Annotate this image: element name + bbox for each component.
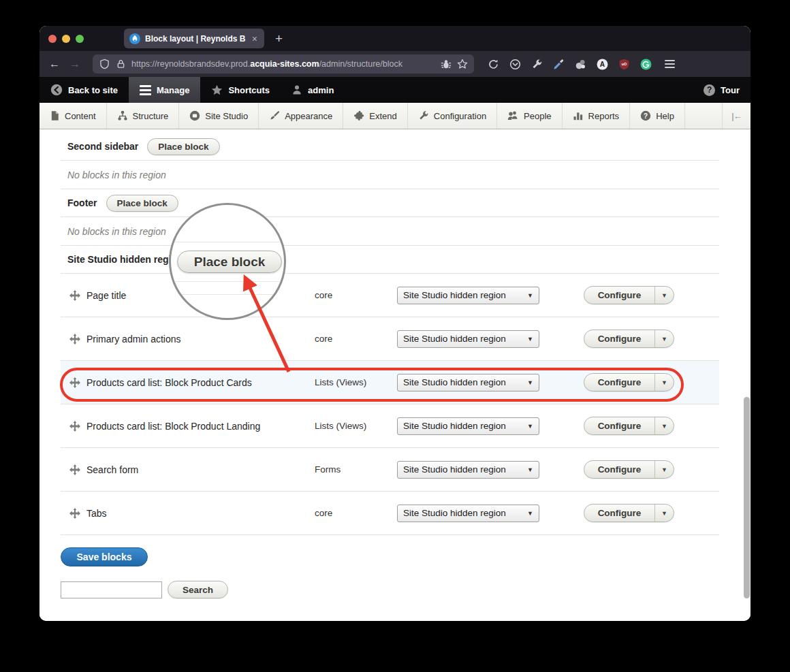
configure-button[interactable]: Configure▼ (584, 504, 674, 522)
lock-icon[interactable] (115, 59, 127, 70)
block-layout-table: Second sidebar Place block No blocks in … (61, 133, 719, 535)
new-tab-button[interactable]: + (275, 31, 283, 46)
region-select[interactable]: Site Studio hidden region▼ (397, 505, 539, 522)
devtools-wrench-icon[interactable] (531, 59, 543, 70)
magnified-place-block-button: Place block (177, 251, 282, 273)
refresh-icon[interactable] (488, 59, 499, 70)
search-row: Search (61, 581, 228, 598)
place-block-button[interactable]: Place block (106, 195, 178, 212)
tab-close-icon[interactable]: × (251, 33, 259, 44)
region-name: Footer (67, 197, 97, 208)
select-arrow-icon: ▼ (527, 423, 533, 430)
shield-icon[interactable] (99, 59, 110, 70)
tab-title: Block layout | Reynolds Brands (145, 34, 246, 44)
block-label: Primary admin actions (86, 334, 315, 345)
back-icon[interactable]: ← (46, 58, 63, 70)
configure-button[interactable]: Configure▼ (584, 417, 674, 435)
menu-item-configuration[interactable]: Configuration (408, 103, 497, 129)
tab-bar: Block layout | Reynolds Brands × + (40, 26, 750, 51)
select-arrow-icon: ▼ (527, 336, 533, 342)
configure-button[interactable]: Configure▼ (584, 286, 674, 304)
a-badge-icon[interactable]: A (597, 59, 608, 70)
region-name: Second sidebar (67, 141, 138, 152)
grammarly-icon[interactable] (640, 59, 652, 70)
block-category: Lists (Views) (315, 421, 397, 431)
drag-handle-icon[interactable] (69, 464, 80, 475)
zoom-window-button[interactable] (76, 35, 84, 43)
configure-dropdown-icon[interactable]: ▼ (654, 461, 674, 478)
url-bar[interactable]: https://reynoldsbrandsdev.prod.acquia-si… (93, 54, 474, 74)
configure-dropdown-icon[interactable]: ▼ (654, 417, 674, 434)
save-blocks-button[interactable]: Save blocks (61, 547, 148, 566)
extension-molecule-icon[interactable] (575, 59, 586, 70)
annotation-magnifier-circle: Place block (169, 203, 286, 320)
region-select[interactable]: Site Studio hidden region▼ (397, 330, 539, 348)
browser-tab[interactable]: Block layout | Reynolds Brands × (124, 29, 264, 48)
back-circle-icon (50, 84, 63, 96)
extend-puzzle-icon (353, 110, 364, 121)
search-button[interactable]: Search (168, 581, 228, 598)
drag-handle-icon[interactable] (69, 290, 80, 301)
help-icon: ? (640, 110, 651, 121)
menu-hamburger-icon[interactable] (665, 60, 675, 68)
site-studio-icon (189, 110, 200, 121)
minimize-window-button[interactable] (62, 35, 70, 43)
magnified-divider-line (171, 294, 284, 295)
region-row-second-sidebar: Second sidebar Place block (61, 133, 719, 161)
forward-icon[interactable]: → (67, 58, 83, 70)
block-label: Tabs (86, 508, 315, 519)
drupal-admin-bar: Back to site Manage Shortcuts admin ? To… (40, 77, 750, 103)
menu-item-people[interactable]: People (497, 103, 562, 129)
menu-item-help[interactable]: ? Help (630, 103, 685, 129)
tour-button[interactable]: ? Tour (693, 77, 750, 103)
configure-dropdown-icon[interactable]: ▼ (654, 330, 674, 347)
configure-button[interactable]: Configure▼ (584, 373, 674, 391)
drag-handle-icon[interactable] (69, 334, 80, 345)
browser-window: Block layout | Reynolds Brands × + ← → h… (40, 26, 750, 621)
configure-dropdown-icon[interactable]: ▼ (654, 374, 674, 391)
back-to-site-button[interactable]: Back to site (40, 77, 129, 103)
bug-icon[interactable] (440, 59, 452, 70)
region-select[interactable]: Site Studio hidden region▼ (397, 374, 539, 391)
shortcuts-label: Shortcuts (228, 85, 270, 95)
content-file-icon (50, 110, 60, 121)
window-controls (40, 35, 93, 43)
tour-label: Tour (721, 85, 740, 95)
block-category: core (315, 508, 397, 518)
region-select[interactable]: Site Studio hidden region▼ (397, 461, 539, 479)
configure-button[interactable]: Configure▼ (584, 330, 674, 348)
eyedropper-icon[interactable] (553, 59, 565, 70)
configure-dropdown-icon[interactable]: ▼ (654, 287, 674, 304)
region-select[interactable]: Site Studio hidden region▼ (397, 287, 539, 304)
magnified-divider-line (171, 281, 284, 282)
configure-dropdown-icon[interactable]: ▼ (654, 505, 674, 522)
block-category: core (315, 290, 397, 300)
menu-item-reports[interactable]: Reports (563, 103, 631, 129)
manage-tab[interactable]: Manage (129, 77, 200, 103)
pocket-icon[interactable] (509, 59, 521, 70)
place-block-button[interactable]: Place block (147, 138, 219, 155)
configure-button[interactable]: Configure▼ (584, 460, 674, 479)
drag-handle-icon[interactable] (69, 377, 80, 388)
menu-item-appearance[interactable]: Appearance (259, 103, 343, 129)
admin-user-menu[interactable]: admin (281, 77, 345, 103)
block-row-primary-admin-actions: Primary admin actions core Site Studio h… (61, 317, 719, 361)
select-arrow-icon: ▼ (527, 510, 533, 517)
shortcuts-tab[interactable]: Shortcuts (200, 77, 281, 103)
drag-handle-icon[interactable] (69, 508, 80, 519)
bookmark-star-icon[interactable] (456, 59, 468, 70)
ublock-shield-icon[interactable]: uO (618, 59, 630, 70)
drag-handle-icon[interactable] (69, 421, 80, 432)
block-row-search-form: Search form Forms Site Studio hidden reg… (61, 448, 719, 492)
toolbar-collapse-icon[interactable]: |← (722, 103, 750, 129)
menu-item-content[interactable]: Content (40, 103, 107, 129)
close-window-button[interactable] (48, 35, 57, 43)
region-select[interactable]: Site Studio hidden region▼ (397, 417, 539, 435)
menu-item-site-studio[interactable]: Site Studio (179, 103, 259, 129)
search-input[interactable] (61, 581, 162, 598)
menu-item-structure[interactable]: Structure (107, 103, 180, 129)
region-name: Site Studio hidden region (67, 254, 183, 265)
reports-chart-icon (573, 110, 584, 121)
menu-item-extend[interactable]: Extend (343, 103, 407, 129)
scrollbar-thumb[interactable] (744, 397, 750, 598)
